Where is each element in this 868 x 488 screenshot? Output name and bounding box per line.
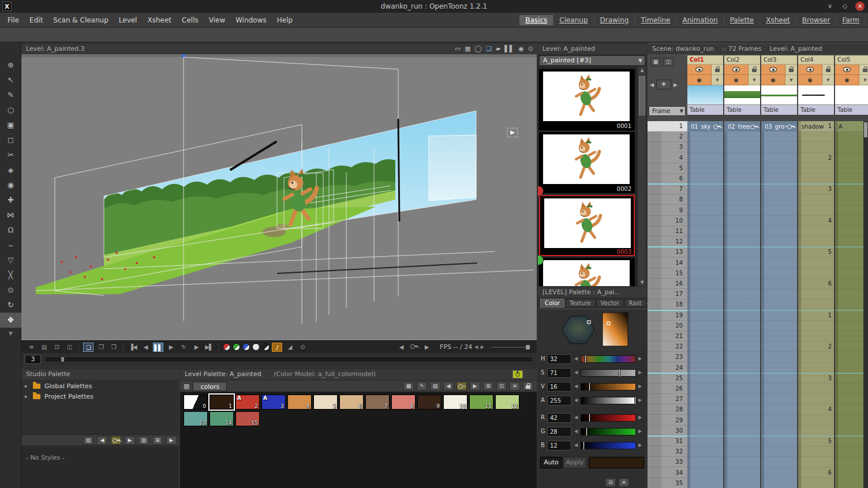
prev-frame-button[interactable]: ◀ [140,343,151,352]
hand-tool[interactable]: ✥ [0,313,21,328]
style-swatch-2[interactable]: A2 [235,395,260,410]
style-swatch-8[interactable]: 8 [391,395,416,410]
tab-vector[interactable]: Vector [596,299,624,307]
new-palette-icon[interactable]: ⊞ [152,436,163,445]
zoom-tool[interactable]: ⊙ [0,283,21,298]
level-strip-frame-1[interactable]: 0001 [539,69,635,130]
column-header-col4[interactable]: Col4◉▼Table [798,55,834,115]
green-channel-button[interactable] [233,343,240,351]
decrement-icon[interactable]: ◀ [574,384,578,389]
markers-key-button[interactable] [409,343,419,352]
room-tab-cleanup[interactable]: Cleanup [553,15,594,25]
room-tab-drawing[interactable]: Drawing [594,15,635,25]
level-select-combo[interactable]: A_painted [#3] ▼ [539,55,645,66]
slider-handle[interactable] [585,355,586,363]
slider-handle[interactable] [525,344,530,350]
camera-settings-icon[interactable]: ◫ [663,58,674,66]
scrollbar-thumb[interactable] [639,76,645,115]
menu-view[interactable]: View [204,13,230,28]
xsheet-frame-gutter[interactable]: 1234567891011121314151617181920212223242… [648,121,687,488]
compare-icon[interactable]: ◫ [64,343,74,352]
console-icon[interactable]: ≡ [26,343,36,352]
frame-row-13[interactable]: 13 [648,247,687,257]
matte-channel-button[interactable] [252,343,260,351]
lock-toggle[interactable] [712,65,723,75]
column-parent-handle[interactable]: Table [724,105,760,115]
column-menu-arrow[interactable]: ▼ [712,75,723,85]
loop-button[interactable]: ↻ [178,343,189,352]
autopaint-key-icon[interactable] [457,382,467,391]
preview-visible-toggle[interactable] [724,65,749,75]
sub-camera-preview-icon[interactable]: ⊙ [528,44,533,54]
channel-value-field[interactable]: 71 [547,368,571,378]
style-swatch-9[interactable]: 9 [417,395,442,410]
expander-arrow-icon[interactable]: ▸ [25,393,31,399]
decrement-icon[interactable]: ◀ [574,429,578,434]
safe-area-icon[interactable]: ◯ [475,44,482,54]
decrement-icon[interactable]: ◀ [574,370,578,375]
channel-value-field[interactable]: 255 [547,396,571,406]
frame-row-34[interactable]: 34 [648,468,687,478]
red-channel-button[interactable] [223,343,230,351]
style-picker-tool[interactable]: ◈ [0,163,21,178]
fill-tool[interactable]: ▣ [0,118,21,133]
frame-row-12[interactable]: 12 [648,237,687,247]
channel-slider[interactable] [581,397,636,404]
preview-visible-toggle[interactable] [761,65,785,75]
decrement-icon[interactable]: ◀ [574,397,578,403]
room-tab-palette[interactable]: Palette [724,15,761,25]
nav-back-icon[interactable]: ◀ [97,436,107,445]
palette-gizmo-button[interactable] [512,370,523,378]
freeze-icon[interactable]: ▌▌ [504,44,514,54]
frame-row-6[interactable]: 6 [648,174,687,184]
frame-row-16[interactable]: 16 [648,279,687,289]
add-frames-button[interactable]: ✚ [656,80,671,89]
preview-visible-toggle[interactable] [835,65,859,75]
channel-slider[interactable] [581,414,636,422]
level-strip-frame-2[interactable]: 0002 [539,132,635,193]
preview-visible-toggle[interactable] [798,65,822,75]
magnet-tool[interactable]: Ω [0,223,21,238]
palette-page-tab[interactable]: colors [193,382,227,391]
tab-rast[interactable]: Rast [624,299,646,307]
cell-level-name[interactable]: 01_sky [687,121,723,132]
nav-back-icon[interactable]: ◀ [443,382,454,391]
cell-level-name[interactable]: 02_trees [724,121,760,132]
column-cells-01-sky[interactable]: 01_sky [687,121,723,488]
frame-row-8[interactable]: 8 [648,194,687,205]
style-swatch-13[interactable]: 13 [184,411,208,426]
tab-color[interactable]: Color [540,299,564,307]
palette-editor-header[interactable]: [LEVEL] Palette : A_pai... [538,287,646,298]
menu-windows[interactable]: Windows [230,13,272,28]
room-tab-basics[interactable]: Basics [519,15,553,25]
flip-next-button[interactable]: ▶ [421,343,432,352]
studio-palette-header[interactable]: Studio Palette [21,369,179,380]
lock-icon[interactable] [523,382,533,391]
frame-row-4[interactable]: 4 [648,153,687,163]
frame-slider[interactable] [46,358,532,361]
lock-toggle[interactable] [749,65,760,75]
column-parent-handle[interactable]: Table [835,105,868,115]
column-name[interactable]: Col5 [835,55,868,65]
frame-row-3[interactable]: 3 [648,142,687,152]
frame-row-18[interactable]: 18 [648,299,687,310]
preview-icon[interactable]: ◉ [518,44,524,54]
shade-button[interactable]: ∨ [825,2,835,11]
column-parent-handle[interactable]: Table [798,105,834,115]
slider-handle[interactable] [583,441,585,450]
geometric-tool[interactable]: ○ [0,103,21,118]
save-palette-icon[interactable]: ▤ [430,382,440,391]
save-icon[interactable]: ▤ [39,343,49,352]
scroll-up-icon[interactable]: ▲ [638,67,646,74]
increment-icon[interactable]: ▶ [638,397,642,403]
titlebar[interactable]: X dwanko_run : OpenToonz 1.2.1 ∨◇× [0,0,868,13]
close-button[interactable]: × [855,2,865,11]
channel-slider[interactable] [581,369,636,377]
nav-forward-icon[interactable]: ▶ [125,436,135,445]
channel-value-field[interactable]: 42 [547,413,571,423]
apply-button[interactable]: Apply [563,457,586,468]
frame-row-26[interactable]: 26 [648,384,687,394]
room-tab-timeline[interactable]: Timeline [635,15,676,25]
snapshot-icon[interactable]: ⊡ [51,343,62,352]
level-strip-frame-4[interactable] [539,258,635,286]
